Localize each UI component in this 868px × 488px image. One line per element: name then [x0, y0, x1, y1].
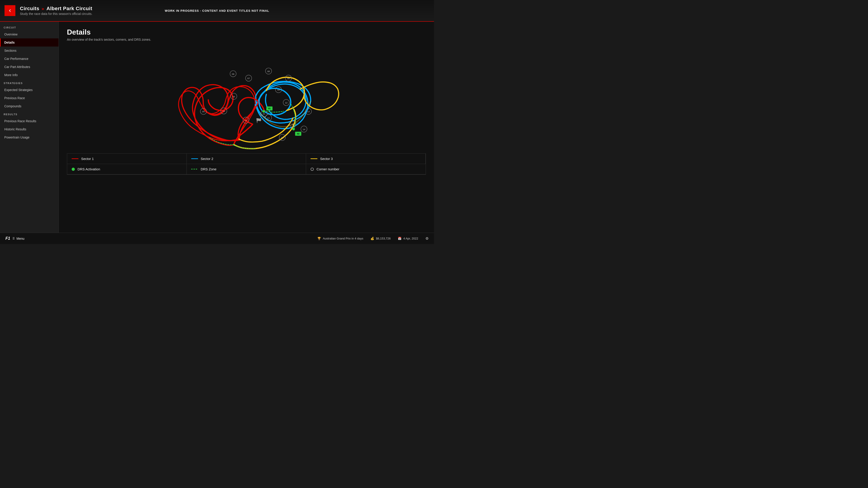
calendar-icon: 📅: [398, 237, 401, 240]
svg-text:08: 08: [268, 70, 270, 72]
money-text: $8,153,726: [376, 237, 391, 240]
svg-text:01: 01: [268, 107, 271, 109]
svg-point-23: [262, 110, 265, 113]
svg-text:06: 06: [232, 73, 235, 75]
f1-logo: F1: [5, 236, 10, 241]
track-section: Details An overview of the track's secto…: [59, 22, 434, 178]
legend-sector1: Sector 1: [67, 154, 187, 164]
money-status: 💰 $8,153,726: [370, 237, 391, 240]
event-status: 🏆 Australian Grand Prix in 4 days: [317, 237, 363, 240]
track-map: 01 01 02 03: [67, 45, 426, 153]
event-text: Australian Grand Prix in 4 days: [323, 237, 363, 240]
svg-text:02: 02: [245, 119, 247, 122]
statusbar-left: F1 ⠿ Menu: [5, 236, 24, 241]
sidebar-item-car-performance[interactable]: Car Performance: [0, 55, 59, 63]
svg-text:13: 13: [307, 110, 310, 113]
svg-text:10: 10: [277, 89, 280, 91]
svg-text:16: 16: [281, 136, 283, 139]
legend-sector2: Sector 2: [187, 154, 306, 164]
svg-text:03: 03: [223, 110, 225, 112]
back-button[interactable]: [4, 5, 16, 16]
date-status: 📅 4 Apr, 2022: [398, 237, 418, 240]
sidebar-item-car-part-attributes[interactable]: Car Part Attributes: [0, 63, 59, 71]
svg-text:14: 14: [303, 128, 305, 131]
drs-activation-dot-icon: [72, 168, 75, 171]
track-legend: Sector 1 Sector 2 Sector 3 DRS Activatio…: [67, 153, 426, 175]
menu-button[interactable]: ⠿ Menu: [12, 237, 24, 240]
page-subtitle: An overview of the track's sectors, corn…: [67, 38, 426, 41]
breadcrumb-area: Circuits » Albert Park Circuit Study the…: [20, 6, 92, 15]
sidebar-item-previous-race[interactable]: Previous Race: [0, 94, 59, 102]
sidebar-item-details[interactable]: Details: [0, 38, 59, 46]
svg-text:01: 01: [263, 112, 266, 115]
menu-label: Menu: [17, 237, 24, 240]
svg-text:11: 11: [268, 117, 270, 119]
corner-number-circle-icon: [311, 168, 314, 171]
svg-text:05: 05: [202, 110, 205, 113]
breadcrumb: Circuits » Albert Park Circuit: [20, 6, 92, 11]
sector2-label: Sector 2: [201, 157, 213, 161]
main-layout: CIRCUIT Overview Details Sections Car Pe…: [0, 22, 434, 233]
gear-icon: ⚙: [426, 236, 429, 240]
legend-corner-number: Corner number: [306, 164, 426, 174]
sidebar-item-overview[interactable]: Overview: [0, 30, 59, 38]
date-text: 4 Apr, 2022: [403, 237, 418, 240]
menu-grid-icon: ⠿: [12, 237, 15, 240]
svg-rect-0: [147, 45, 346, 153]
svg-text:«: «: [260, 112, 262, 117]
sidebar-item-compounds[interactable]: Compounds: [0, 102, 59, 110]
drs-zone-line-icon: [191, 169, 198, 169]
breadcrumb-separator: »: [41, 6, 44, 11]
money-icon: 💰: [370, 237, 374, 240]
sidebar-item-powertrain-usage[interactable]: Powertrain Usage: [0, 133, 59, 141]
svg-text:07: 07: [247, 77, 250, 79]
sidebar: CIRCUIT Overview Details Sections Car Pe…: [0, 22, 59, 233]
statusbar-right: 🏆 Australian Grand Prix in 4 days 💰 $8,1…: [317, 236, 429, 240]
strategies-section-label: STRATEGIES: [0, 79, 59, 86]
sector3-label: Sector 3: [320, 157, 333, 161]
settings-button[interactable]: ⚙: [426, 236, 429, 240]
corner-number-label: Corner number: [316, 167, 339, 171]
legend-drs-zone: DRS Zone: [187, 164, 306, 174]
legend-drs-activation: DRS Activation: [67, 164, 187, 174]
circuit-section-label: CIRCUIT: [0, 24, 59, 30]
svg-text:12: 12: [285, 101, 287, 104]
sidebar-item-expected-strategies[interactable]: Expected Strategies: [0, 86, 59, 94]
results-section-label: RESULTS: [0, 110, 59, 117]
drs-activation-label: DRS Activation: [78, 167, 100, 171]
sector1-line-icon: [72, 158, 79, 159]
sector3-line-icon: [311, 158, 317, 159]
svg-text:02: 02: [297, 132, 300, 135]
breadcrumb-root: Circuits: [20, 6, 39, 11]
svg-text:🏁: 🏁: [256, 118, 262, 123]
wip-notice: WORK IN PROGRESS - CONTENT AND EVENT TIT…: [165, 9, 269, 12]
svg-text:04: 04: [232, 95, 235, 98]
sector1-label: Sector 1: [81, 157, 94, 161]
header: Circuits » Albert Park Circuit Study the…: [0, 0, 434, 22]
svg-text:15: 15: [291, 123, 294, 126]
sidebar-item-sections[interactable]: Sections: [0, 46, 59, 55]
breadcrumb-current: Albert Park Circuit: [46, 6, 92, 11]
header-subtitle: Study the race data for this season's of…: [20, 12, 92, 15]
sidebar-item-more-info[interactable]: More Info: [0, 71, 59, 79]
sector2-line-icon: [191, 158, 198, 159]
legend-sector3: Sector 3: [306, 154, 426, 164]
svg-text:09: 09: [287, 77, 290, 79]
sidebar-item-previous-race-results[interactable]: Previous Race Results: [0, 117, 59, 125]
sidebar-item-historic-results[interactable]: Historic Results: [0, 125, 59, 133]
page-title: Details: [67, 28, 426, 36]
event-icon: 🏆: [317, 237, 321, 240]
statusbar: F1 ⠿ Menu 🏆 Australian Grand Prix in 4 d…: [0, 233, 434, 244]
drs-zone-label: DRS Zone: [201, 167, 217, 171]
content-area: Details An overview of the track's secto…: [59, 22, 434, 233]
